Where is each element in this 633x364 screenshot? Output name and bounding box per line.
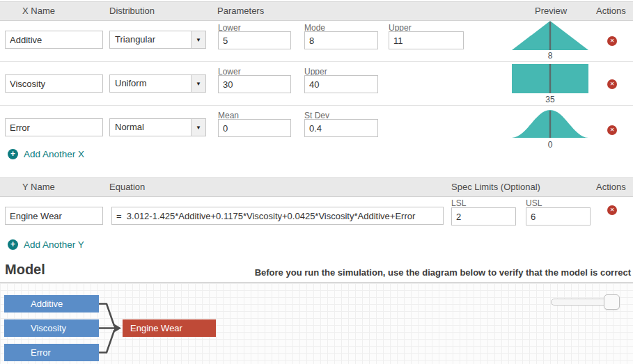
distribution-select[interactable]: Triangular ▼ — [109, 31, 206, 49]
equation-input[interactable] — [111, 207, 444, 225]
x-name-input[interactable] — [5, 118, 103, 136]
distribution-select-value: Uniform — [110, 75, 191, 92]
y-row-engine-wear: LSL USL ✕ — [0, 197, 633, 235]
delete-row-icon[interactable]: ✕ — [607, 125, 617, 135]
param-lower-input[interactable] — [218, 31, 291, 49]
add-another-y-label: Add Another Y — [24, 239, 84, 250]
diagram-zoom-slider-thumb[interactable] — [604, 294, 620, 310]
preview-mean-label: 0 — [512, 140, 588, 150]
uniform-distribution-preview — [512, 64, 588, 95]
model-verification-note: Before you run the simulation, use the d… — [255, 267, 631, 278]
x-name-header: X Name — [22, 2, 55, 20]
chevron-down-icon[interactable]: ▼ — [191, 75, 205, 92]
lsl-input[interactable] — [451, 207, 516, 225]
distribution-select[interactable]: Uniform ▼ — [109, 74, 206, 93]
add-circle-icon: + — [8, 149, 18, 159]
x-name-input[interactable] — [5, 31, 103, 49]
usl-label: USL — [526, 198, 542, 208]
param-mode-input[interactable] — [304, 31, 378, 49]
model-diagram-canvas: Additive Viscosity Error Engine Wear — [0, 282, 633, 364]
add-another-x-button[interactable]: + Add Another X — [8, 149, 84, 159]
normal-distribution-preview — [512, 108, 588, 141]
distribution-select-value: Normal — [110, 119, 191, 136]
param-mean-input[interactable] — [218, 119, 291, 137]
model-node-engine-wear[interactable]: Engine Wear — [123, 319, 216, 337]
y-table-header: Y Name Equation Spec Limits (Optional) A… — [0, 177, 633, 197]
distribution-header: Distribution — [109, 2, 155, 20]
lsl-label: LSL — [451, 198, 466, 208]
x-table-header: X Name Distribution Parameters Preview A… — [0, 1, 633, 21]
model-section-title: Model — [5, 262, 45, 278]
param-upper-input[interactable] — [389, 31, 464, 49]
y-name-header: Y Name — [22, 178, 55, 196]
x-name-input[interactable] — [5, 74, 103, 93]
add-another-x-label: Add Another X — [24, 149, 84, 159]
model-node-additive[interactable]: Additive — [4, 295, 99, 312]
param-lower-input[interactable] — [218, 75, 291, 93]
triangular-distribution-preview — [512, 21, 588, 53]
y-name-input[interactable] — [5, 207, 103, 225]
equation-header: Equation — [109, 178, 145, 196]
chevron-down-icon[interactable]: ▼ — [191, 31, 205, 48]
delete-row-icon[interactable]: ✕ — [607, 79, 617, 89]
x-row-additive: Triangular ▼ Lower Mode Upper 8 ✕ — [0, 21, 633, 62]
model-node-viscosity[interactable]: Viscosity — [4, 319, 99, 337]
monte-carlo-simulation-setup: X Name Distribution Parameters Preview A… — [0, 0, 633, 364]
x-row-viscosity: Uniform ▼ Lower Upper 35 ✕ — [0, 62, 633, 106]
delete-row-icon[interactable]: ✕ — [607, 205, 617, 215]
distribution-select-value: Triangular — [110, 31, 191, 48]
x-row-error: Normal ▼ Mean St Dev 0 ✕ — [0, 106, 633, 149]
spec-limits-header: Spec Limits (Optional) — [451, 178, 540, 196]
actions-header: Actions — [596, 178, 626, 196]
preview-header: Preview — [535, 2, 567, 20]
param-upper-input[interactable] — [304, 75, 378, 93]
delete-row-icon[interactable]: ✕ — [607, 36, 617, 46]
chevron-down-icon[interactable]: ▼ — [191, 119, 205, 136]
usl-input[interactable] — [526, 207, 591, 225]
actions-header: Actions — [596, 2, 626, 20]
param-stdev-input[interactable] — [304, 119, 378, 137]
parameters-header: Parameters — [217, 2, 264, 20]
add-circle-icon: + — [8, 239, 18, 250]
preview-mean-label: 35 — [512, 95, 588, 104]
distribution-select[interactable]: Normal ▼ — [109, 118, 206, 136]
add-another-y-button[interactable]: + Add Another Y — [8, 239, 84, 250]
preview-mode-label: 8 — [512, 51, 588, 61]
model-node-error[interactable]: Error — [4, 344, 99, 361]
